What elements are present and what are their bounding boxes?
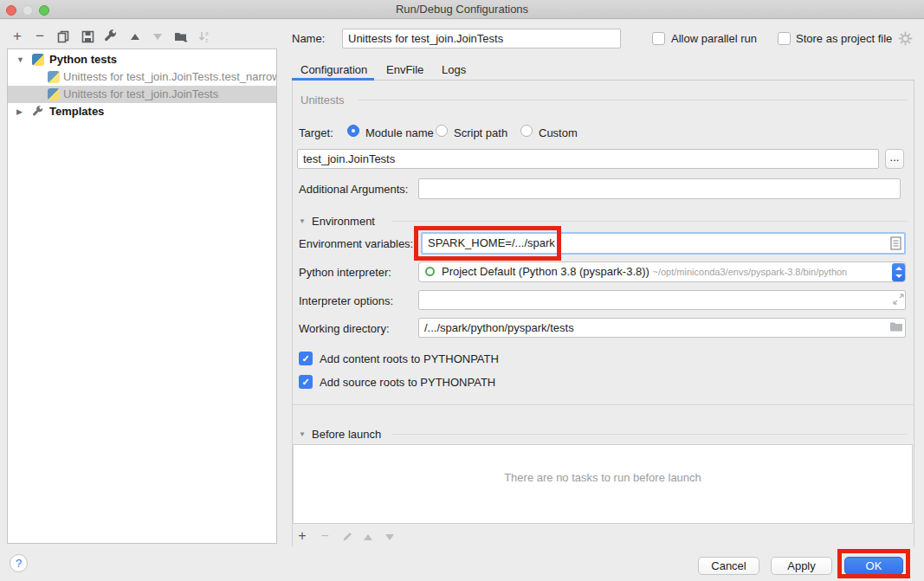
add-source-roots-label: Add source roots to PYTHONPATH — [320, 376, 495, 389]
unittests-panel-bottom — [293, 404, 914, 405]
unittests-section-line — [359, 100, 908, 100]
move-down-icon — [149, 28, 166, 45]
python-interpreter-select[interactable]: Project Default (Python 3.8 (pyspark-3.8… — [418, 261, 906, 282]
allow-parallel-run-label: Allow parallel run — [671, 32, 757, 45]
browse-button[interactable]: ... — [885, 149, 904, 169]
store-as-project-file-label: Store as project file — [796, 32, 892, 45]
working-directory-label: Working directory: — [299, 322, 390, 335]
tab-envfile[interactable]: EnvFile — [386, 61, 423, 79]
before-launch-section-line — [391, 434, 908, 435]
python-interpreter-path: ~/opt/miniconda3/envs/pyspark-3.8/bin/py… — [653, 267, 848, 277]
python-interpreter-value: Project Default (Python 3.8 (pyspark-3.8… — [442, 265, 649, 278]
tab-logs[interactable]: Logs — [442, 61, 466, 79]
wrench-icon — [32, 106, 44, 120]
sort-icon: az — [196, 28, 213, 45]
python-icon — [32, 54, 44, 66]
tree-item-label: Python tests — [49, 51, 117, 68]
folder-icon[interactable] — [889, 320, 903, 335]
add-source-roots-checkbox[interactable]: ✓ — [299, 375, 313, 389]
chevron-down-icon[interactable]: ▼ — [299, 430, 306, 438]
additional-arguments-input[interactable] — [418, 178, 901, 199]
environment-section-label[interactable]: Environment — [312, 215, 375, 228]
help-button[interactable]: ? — [10, 554, 28, 572]
conda-env-icon — [425, 267, 435, 276]
move-up-icon[interactable] — [126, 28, 144, 45]
add-content-roots-checkbox[interactable]: ✓ — [299, 352, 313, 365]
before-launch-task-list: There are no tasks to run before launch — [293, 444, 913, 524]
radio-custom[interactable] — [520, 125, 533, 137]
remove-icon[interactable]: − — [31, 28, 48, 45]
name-label: Name: — [292, 32, 325, 45]
python-icon — [48, 71, 60, 83]
move-task-down-icon — [382, 529, 397, 545]
tree-item-label: Unittests for test_join.JoinTests.test_n… — [63, 68, 276, 86]
chevron-down-icon[interactable]: ▼ — [16, 51, 24, 68]
tab-divider — [292, 80, 914, 81]
move-task-up-icon — [360, 529, 376, 545]
allow-parallel-run-checkbox[interactable] — [652, 32, 665, 45]
new-folder-icon[interactable]: + — [172, 28, 190, 45]
save-icon[interactable] — [79, 28, 96, 45]
title-bar: Run/Debug Configurations — [0, 0, 924, 19]
pencil-icon — [339, 528, 355, 544]
select-stepper-icon[interactable] — [892, 263, 905, 281]
working-directory-input[interactable]: /.../spark/python/pyspark/tests — [418, 318, 906, 338]
add-icon[interactable]: + — [9, 28, 26, 45]
store-as-project-file-checkbox[interactable] — [778, 32, 791, 45]
configurations-tree: ▼ Python tests Unittests for test_join.J… — [7, 48, 277, 544]
ok-button[interactable]: OK — [844, 557, 903, 575]
add-task-icon[interactable]: + — [294, 528, 310, 544]
environment-variables-label: Environment variables: — [299, 237, 413, 250]
interpreter-options-input[interactable] — [418, 290, 906, 310]
tree-item-unittests-narrow[interactable]: Unittests for test_join.JoinTests.test_n… — [8, 68, 276, 86]
python-interpreter-label: Python interpreter: — [299, 266, 391, 279]
environment-section-line — [391, 221, 908, 222]
env-list-icon[interactable] — [890, 236, 901, 253]
interpreter-options-label: Interpreter options: — [299, 294, 393, 307]
add-content-roots-label: Add content roots to PYTHONPATH — [320, 352, 499, 365]
tree-item-label: Templates — [49, 103, 104, 120]
chevron-right-icon[interactable]: ▶ — [16, 103, 23, 120]
gear-icon[interactable] — [898, 31, 913, 48]
chevron-down-icon[interactable]: ▼ — [299, 217, 306, 225]
radio-script-path-label: Script path — [454, 126, 507, 139]
tree-item-unittests-jointests[interactable]: Unittests for test_join.JoinTests — [8, 86, 276, 103]
python-icon — [48, 88, 60, 100]
copy-icon[interactable] — [55, 28, 72, 45]
active-tab-indicator — [292, 78, 374, 81]
tab-configuration[interactable]: Configuration — [300, 61, 367, 79]
before-launch-empty-text: There are no tasks to run before launch — [294, 471, 912, 484]
environment-variables-input[interactable]: SPARK_HOME=/.../spark — [421, 232, 906, 255]
module-name-input[interactable]: test_join.JoinTests — [297, 149, 879, 169]
panel-right-border — [914, 81, 914, 547]
target-label: Target: — [299, 126, 333, 139]
radio-module-name-label: Module name — [365, 126, 434, 139]
wrench-icon[interactable] — [102, 28, 120, 45]
tree-item-label: Unittests for test_join.JoinTests — [63, 86, 218, 103]
svg-text:a: a — [205, 30, 209, 36]
radio-module-name[interactable] — [347, 125, 359, 137]
svg-text:+: + — [184, 37, 188, 43]
expand-icon[interactable] — [893, 294, 904, 307]
run-debug-configurations-dialog: Run/Debug Configurations + − + az ▼ Pyth… — [0, 0, 924, 581]
additional-arguments-label: Additional Arguments: — [299, 183, 408, 196]
name-input[interactable]: Unittests for test_join.JoinTests — [342, 29, 621, 48]
tree-item-templates[interactable]: ▶ Templates — [8, 103, 276, 120]
cancel-button[interactable]: Cancel — [698, 557, 759, 575]
radio-script-path[interactable] — [436, 125, 448, 137]
unittests-section-label: Unittests — [300, 94, 345, 107]
remove-task-icon: − — [317, 528, 333, 544]
tree-item-python-tests[interactable]: ▼ Python tests — [8, 51, 276, 68]
apply-button[interactable]: Apply — [771, 557, 832, 575]
radio-custom-label: Custom — [539, 126, 578, 139]
window-title: Run/Debug Configurations — [0, 3, 924, 16]
svg-text:z: z — [205, 37, 208, 43]
before-launch-section-label[interactable]: Before launch — [312, 428, 381, 441]
